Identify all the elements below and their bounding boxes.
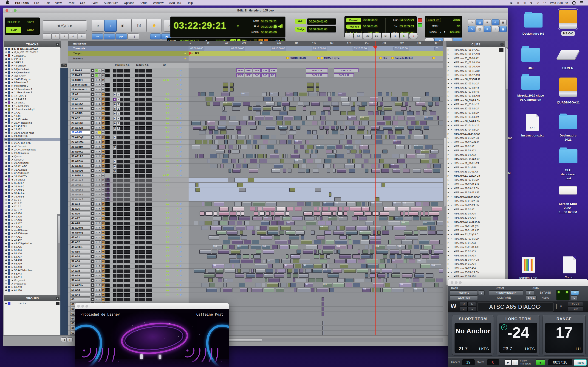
- send-slot[interactable]: [142, 136, 145, 139]
- insert-slot[interactable]: [120, 289, 123, 292]
- audio-clip[interactable]: [420, 264, 430, 268]
- audio-clip[interactable]: [314, 240, 321, 244]
- audio-clip[interactable]: H3/5: [290, 254, 300, 259]
- record-enable-button[interactable]: [91, 278, 95, 282]
- audio-clip[interactable]: [229, 169, 231, 173]
- send-slot[interactable]: [142, 207, 145, 211]
- track-show-dot[interactable]: [5, 108, 7, 110]
- audio-clip[interactable]: [397, 135, 405, 139]
- insert-slot[interactable]: [127, 289, 130, 292]
- voice-indicator[interactable]: v: [177, 126, 178, 129]
- send-slot[interactable]: [149, 265, 152, 268]
- send-slot[interactable]: [149, 79, 152, 82]
- audio-clip[interactable]: [241, 211, 244, 216]
- minimize-button[interactable]: [10, 9, 12, 12]
- track-name[interactable]: 41 A25: [70, 207, 90, 211]
- audio-clip[interactable]: [320, 259, 327, 263]
- audio-clip[interactable]: [243, 202, 251, 206]
- audio-clip[interactable]: [312, 130, 317, 134]
- desktop-icon-doc[interactable]: [563, 257, 576, 273]
- audio-clip[interactable]: [223, 245, 227, 249]
- record-enable-button[interactable]: [91, 140, 95, 144]
- record-enable-button[interactable]: [91, 97, 95, 101]
- audio-clip[interactable]: [322, 321, 324, 325]
- pan-indicator[interactable]: p: [180, 112, 182, 114]
- track-number-cell[interactable]: [61, 149, 68, 154]
- insert-slot[interactable]: [127, 217, 130, 220]
- audio-clip[interactable]: [207, 102, 210, 106]
- audio-clip[interactable]: [326, 121, 331, 125]
- audio-clip[interactable]: [214, 202, 225, 206]
- track-show-dot[interactable]: [5, 112, 7, 114]
- track-number-cell[interactable]: [61, 68, 68, 73]
- audio-clip[interactable]: [219, 211, 229, 216]
- send-slot[interactable]: [142, 269, 145, 273]
- zoom-preset-4[interactable]: 4: [69, 33, 77, 40]
- track-number-cell[interactable]: [61, 135, 68, 140]
- audio-clip[interactable]: [398, 207, 409, 211]
- audio-clip[interactable]: [351, 150, 356, 154]
- send-slot[interactable]: [146, 93, 149, 96]
- audio-clip[interactable]: [238, 216, 251, 220]
- insert-slot[interactable]: [120, 269, 123, 273]
- track-name[interactable]: 25 A54M: [70, 131, 90, 134]
- desktop-icon-folder[interactable]: [559, 149, 578, 163]
- audio-clip[interactable]: [267, 145, 274, 149]
- audio-clip[interactable]: [285, 211, 289, 216]
- tracks-list-item[interactable]: ▶47 A31: [4, 235, 61, 239]
- audio-clip[interactable]: [268, 278, 280, 282]
- audio-clip[interactable]: H3/5: [207, 121, 215, 125]
- audio-clip[interactable]: [377, 273, 385, 277]
- send-slot[interactable]: [149, 141, 152, 144]
- io-volume[interactable]: 0.0: [157, 293, 169, 296]
- voice-indicator[interactable]: v: [177, 226, 178, 229]
- audio-clip[interactable]: [241, 235, 247, 240]
- canvas-track-lane[interactable]: H3/5H3/5H3/5: [189, 116, 443, 121]
- audio-clip[interactable]: [299, 273, 309, 277]
- audio-clip[interactable]: [315, 188, 321, 192]
- grid-label[interactable]: Grid: [295, 19, 306, 24]
- solo-button[interactable]: S: [98, 236, 101, 239]
- send-slot[interactable]: [139, 150, 142, 154]
- automation-mode-chip[interactable]: [105, 135, 110, 139]
- track-row[interactable]: 29 A10KsISM0.0vp: [68, 149, 189, 154]
- audio-clip[interactable]: [344, 269, 356, 273]
- audio-clip[interactable]: [220, 154, 222, 158]
- audio-clip[interactable]: [333, 269, 342, 273]
- track-number-cell[interactable]: [61, 187, 68, 192]
- input-monitor-button[interactable]: I: [95, 283, 98, 287]
- insert-slot[interactable]: [113, 83, 116, 87]
- audio-clip[interactable]: [340, 226, 345, 230]
- automation-mode-chip[interactable]: [105, 155, 110, 158]
- canvas-track-lane[interactable]: [189, 240, 443, 245]
- insert-slot[interactable]: [120, 217, 123, 220]
- io-volume[interactable]: 0.0: [157, 284, 169, 286]
- audio-clip[interactable]: H3/5: [396, 145, 405, 149]
- audio-clip[interactable]: [225, 269, 236, 273]
- send-slot[interactable]: [139, 222, 142, 225]
- audio-clip[interactable]: [379, 264, 385, 268]
- send-slot[interactable]: [149, 122, 152, 125]
- track-name[interactable]: 51 A34: [70, 255, 90, 258]
- sel-start[interactable]: 03:22:29:21: [261, 19, 277, 23]
- track-row[interactable]: 58 A43ISM0.0vp: [68, 288, 189, 292]
- tracks-list-item[interactable]: ▶11 Reacciones 2: [4, 91, 61, 94]
- pan-indicator[interactable]: p: [180, 174, 182, 176]
- audio-clip[interactable]: [415, 150, 420, 154]
- audio-clip[interactable]: [325, 164, 331, 168]
- audio-clip[interactable]: [319, 135, 324, 139]
- track-show-dot[interactable]: [5, 75, 7, 77]
- track-name[interactable]: 19 A51As: [70, 102, 90, 106]
- io-volume[interactable]: 0.0: [157, 145, 169, 148]
- audio-clip[interactable]: H3/5: [424, 169, 432, 173]
- track-number-cell[interactable]: [61, 245, 68, 250]
- solo-button[interactable]: S: [98, 92, 101, 96]
- track-row[interactable]: 55 A39ISM0.0vp: [68, 273, 189, 278]
- insert-slot[interactable]: [124, 155, 127, 158]
- audio-clip[interactable]: H3/5: [393, 140, 401, 144]
- audio-clip[interactable]: [400, 154, 404, 158]
- send-slot[interactable]: [149, 179, 152, 182]
- mute-button[interactable]: M: [102, 154, 105, 158]
- audio-clip[interactable]: H3/5: [266, 102, 274, 106]
- audio-clip[interactable]: [346, 259, 356, 263]
